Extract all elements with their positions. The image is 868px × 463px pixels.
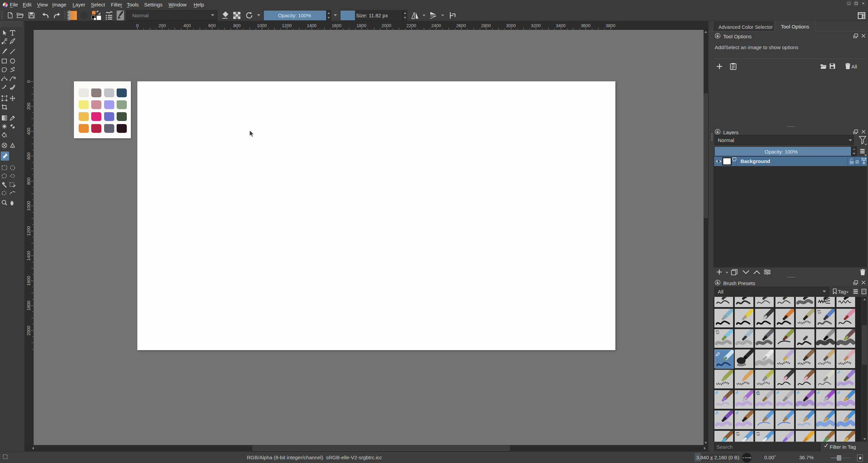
svg-text:?: ? xyxy=(863,290,865,293)
